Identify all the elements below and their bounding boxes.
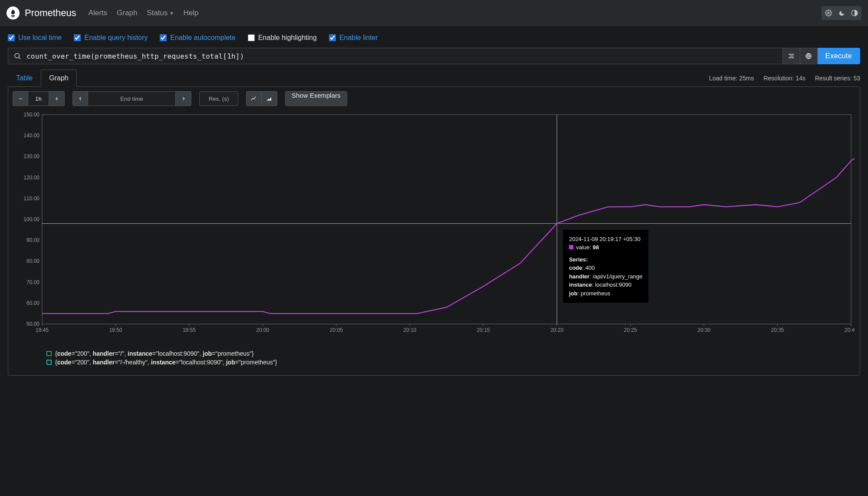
tooltip-swatch-icon (569, 245, 573, 249)
tab-table[interactable]: Table (8, 69, 41, 87)
show-exemplars-button[interactable]: Show Exemplars (285, 91, 347, 106)
tooltip-timestamp: 2024-11-09 20:19:17 +05:30 (569, 235, 642, 244)
svg-text:80.00: 80.00 (26, 258, 39, 264)
svg-point-0 (828, 12, 829, 14)
brand[interactable]: Prometheus (7, 7, 76, 20)
svg-text:120.00: 120.00 (23, 175, 39, 181)
svg-text:100.00: 100.00 (23, 216, 39, 222)
legend-swatch-icon (46, 351, 52, 356)
chart-type-group (246, 91, 277, 106)
svg-text:50.00: 50.00 (26, 321, 39, 327)
svg-text:60.00: 60.00 (26, 300, 39, 306)
tab-graph[interactable]: Graph (41, 69, 76, 87)
svg-text:20:25: 20:25 (624, 327, 637, 333)
nav-help[interactable]: Help (183, 9, 198, 17)
meta-result: Result series: 53 (815, 75, 860, 82)
globe-button[interactable] (800, 48, 818, 64)
range-increase-button[interactable]: + (49, 91, 65, 106)
svg-text:20:10: 20:10 (403, 327, 416, 333)
opt-highlighting[interactable]: Enable highlighting (248, 34, 317, 42)
tooltip: 2024-11-09 20:19:17 +05:30 value: 98 Ser… (563, 230, 648, 303)
options-row: Use local time Enable query history Enab… (0, 26, 868, 48)
svg-text:19:50: 19:50 (109, 327, 122, 333)
expression-input[interactable]: count_over_time(prometheus_http_requests… (8, 48, 783, 64)
opt-linter[interactable]: Enable linter (329, 34, 378, 42)
graph-panel: − + Show Exemplars 50.0060.0070.0080.009… (8, 86, 860, 376)
area-chart-icon[interactable] (262, 91, 277, 106)
svg-text:110.00: 110.00 (23, 195, 39, 202)
range-group: − + (13, 91, 65, 106)
line-chart-icon[interactable] (246, 91, 262, 106)
range-decrease-button[interactable]: − (13, 91, 28, 106)
opt-autocomplete[interactable]: Enable autocomplete (160, 34, 235, 42)
opt-query-history[interactable]: Enable query history (74, 34, 148, 42)
query-row: count_over_time(prometheus_http_requests… (8, 48, 860, 64)
svg-text:20:15: 20:15 (477, 327, 490, 333)
endtime-group (72, 91, 191, 106)
meta-loadtime: Load time: 25ms (709, 75, 754, 82)
nav-status[interactable]: Status▼ (147, 9, 174, 17)
prometheus-logo-icon (7, 7, 20, 20)
svg-text:20:30: 20:30 (697, 327, 710, 333)
endtime-prev-button[interactable] (72, 91, 88, 106)
format-button[interactable] (783, 48, 800, 64)
svg-text:90.00: 90.00 (26, 237, 39, 243)
brand-name: Prometheus (25, 7, 76, 19)
meta-resolution: Resolution: 14s (763, 75, 806, 82)
search-icon (8, 52, 26, 60)
nav-graph[interactable]: Graph (117, 9, 137, 17)
moon-icon[interactable] (835, 7, 848, 19)
nav-links: Alerts Graph Status▼ Help (89, 9, 199, 17)
legend-swatch-icon (46, 360, 52, 365)
nav-right (822, 6, 861, 20)
svg-text:150.00: 150.00 (23, 112, 39, 118)
svg-text:70.00: 70.00 (26, 279, 39, 285)
graph-toolbar: − + Show Exemplars (13, 91, 855, 106)
svg-text:20:05: 20:05 (330, 327, 343, 333)
nav-alerts[interactable]: Alerts (89, 9, 107, 17)
opt-local-time[interactable]: Use local time (8, 34, 62, 42)
svg-text:19:55: 19:55 (183, 327, 196, 333)
svg-text:20:35: 20:35 (771, 327, 784, 333)
legend: {code="200", handler="/", instance="loca… (46, 350, 855, 366)
svg-text:140.00: 140.00 (23, 132, 39, 139)
chevron-down-icon: ▼ (170, 11, 174, 16)
legend-item[interactable]: {code="200", handler="/-/healthy", insta… (46, 359, 855, 366)
legend-item[interactable]: {code="200", handler="/", instance="loca… (46, 350, 855, 357)
execute-button[interactable]: Execute (818, 48, 860, 64)
tabs-row: Table Graph Load time: 25ms Resolution: … (8, 69, 860, 87)
navbar: Prometheus Alerts Graph Status▼ Help (0, 0, 868, 26)
svg-text:20:20: 20:20 (550, 327, 563, 333)
svg-text:19:45: 19:45 (36, 327, 49, 333)
svg-text:130.00: 130.00 (23, 153, 39, 159)
svg-text:20:40: 20:40 (845, 327, 855, 333)
settings-gear-icon[interactable] (822, 7, 835, 19)
svg-text:20:00: 20:00 (256, 327, 269, 333)
svg-point-2 (15, 53, 20, 58)
expression-text: count_over_time(prometheus_http_requests… (26, 52, 783, 60)
endtime-input[interactable] (88, 91, 176, 106)
endtime-next-button[interactable] (176, 91, 191, 106)
range-input[interactable] (28, 91, 49, 106)
contrast-icon[interactable] (848, 7, 861, 19)
chart[interactable]: 50.0060.0070.0080.0090.00100.00110.00120… (13, 111, 855, 337)
svg-rect-4 (42, 115, 851, 324)
resolution-input[interactable] (199, 91, 238, 106)
